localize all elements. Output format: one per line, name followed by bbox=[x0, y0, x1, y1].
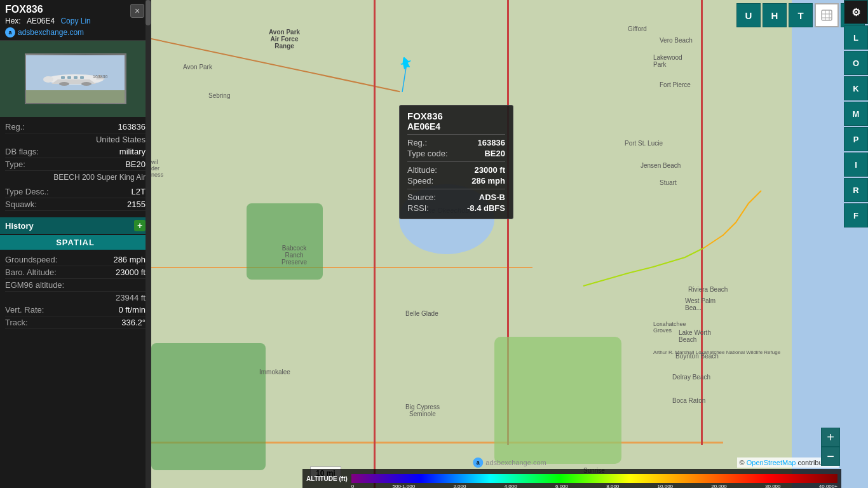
f-button[interactable]: F bbox=[844, 203, 868, 227]
boynton-beach-label: Boynton Beach bbox=[675, 353, 719, 360]
country-value: United States bbox=[96, 135, 146, 144]
baro-alt-row: Baro. Altitude: 23000 ft bbox=[5, 266, 146, 279]
sidebar: FOX836 × Hex: AE06E4 Copy Lin a adsbexch… bbox=[0, 0, 151, 488]
ctrl-h-button[interactable]: H bbox=[763, 3, 787, 27]
arthur-marshall-label: Arthur R. Marshall Loxahatchee National … bbox=[653, 349, 707, 355]
alt-tick-1: 500·1,000 bbox=[393, 484, 416, 488]
type-name-row: BEECH 200 Super King Air bbox=[5, 171, 146, 183]
egm96-row: EGM96 altitude: bbox=[5, 279, 146, 292]
altitude-gradient bbox=[351, 474, 837, 483]
settings-button[interactable]: ⚙ bbox=[844, 0, 868, 24]
road-v2 bbox=[374, 0, 376, 488]
history-add-button[interactable]: + bbox=[134, 220, 146, 231]
p-button[interactable]: P bbox=[844, 127, 868, 151]
popup-alt-label: Altitude: bbox=[407, 165, 437, 175]
delray-beach-label: Delray Beach bbox=[672, 374, 710, 381]
popup-speed-value: 286 mph bbox=[471, 176, 505, 186]
svg-point-6 bbox=[59, 82, 69, 86]
alt-tick-8: 30,000 bbox=[765, 484, 780, 488]
typedesc-row: Type Desc.: L2T bbox=[5, 186, 146, 198]
aircraft-callsign: FOX836 bbox=[5, 4, 43, 15]
l-button[interactable]: L bbox=[844, 25, 868, 50]
loxahatchee-groves-label: LoxahatcheeGroves bbox=[653, 321, 686, 334]
road-h2 bbox=[151, 267, 532, 268]
scrollbar-thumb[interactable] bbox=[146, 0, 151, 25]
ads-logo: a adsbexchange.com bbox=[5, 27, 146, 37]
hex-row: Hex: AE06E4 Copy Lin bbox=[5, 17, 146, 25]
spatial-label: SPATIAL bbox=[56, 238, 95, 247]
svg-rect-1 bbox=[26, 90, 125, 103]
vero-beach-label: Vero Beach bbox=[660, 37, 693, 44]
o-button[interactable]: O bbox=[844, 51, 868, 75]
type-row: Type: BE20 bbox=[5, 158, 146, 171]
copy-link[interactable]: Copy Lin bbox=[60, 17, 90, 25]
sidebar-scrollbar[interactable] bbox=[146, 0, 151, 488]
svg-point-5 bbox=[43, 76, 53, 83]
altitude-bar: ALTITUDE (ft) 0 500·1,000 2,000 4,000 6,… bbox=[302, 469, 841, 488]
ctrl-map-button[interactable] bbox=[815, 3, 839, 27]
squawk-row: Squawk: 2155 bbox=[5, 198, 146, 211]
r-button[interactable]: R bbox=[844, 178, 868, 202]
history-label: History bbox=[5, 221, 34, 231]
green-area-2 bbox=[247, 203, 323, 280]
sebring-label: Sebring bbox=[208, 92, 230, 99]
aircraft-popup[interactable]: FOX836 AE06E4 Reg.: 163836 Type code:BE2… bbox=[399, 105, 513, 219]
zoom-in-button[interactable]: + bbox=[821, 428, 840, 447]
svg-rect-10 bbox=[74, 76, 78, 79]
ctrl-u-button[interactable]: U bbox=[736, 3, 761, 27]
svg-point-7 bbox=[81, 82, 92, 86]
vert-rate-label: Vert. Rate: bbox=[5, 305, 44, 315]
k-button[interactable]: K bbox=[844, 76, 868, 100]
m-button[interactable]: M bbox=[844, 102, 868, 126]
avon-park-range-label: Avon ParkAir ForceRange bbox=[269, 29, 300, 50]
popup-alt-value: 23000 ft bbox=[475, 165, 505, 175]
aircraft-photo-inner: 163836 bbox=[25, 54, 126, 104]
ctrl-t-button[interactable]: T bbox=[789, 3, 813, 27]
i-button[interactable]: I bbox=[844, 152, 868, 177]
popup-reg-value: 163836 bbox=[478, 138, 505, 147]
ads-watermark: a adsbexchange.com bbox=[473, 458, 546, 468]
sidebar-data: Reg.: 163836 United States DB flags: mil… bbox=[0, 117, 151, 215]
big-cypress-label: Big CypressSeminole bbox=[405, 403, 440, 417]
popup-rssi-row: RSSI: -8.4 dBFS bbox=[407, 203, 505, 214]
zoom-out-button[interactable]: − bbox=[821, 447, 840, 466]
popup-source-row: Source: ADS-B bbox=[407, 192, 505, 203]
popup-divider2 bbox=[407, 161, 505, 162]
svg-rect-11 bbox=[80, 76, 84, 79]
popup-speed-label: Speed: bbox=[407, 176, 433, 186]
right-panel: ⚙ L O K M P I R F bbox=[844, 0, 868, 488]
history-header: History + bbox=[0, 217, 151, 234]
popup-type-row: Type code:BE20 bbox=[407, 148, 505, 159]
watermark-text: adsbexchange.com bbox=[485, 459, 546, 466]
osm-link[interactable]: OpenStreetMap bbox=[747, 459, 796, 466]
egm96-value-row: 23944 ft bbox=[5, 292, 146, 304]
fort-pierce-label: Fort Pierce bbox=[660, 81, 691, 88]
dbflags-row: DB flags: military bbox=[5, 146, 146, 158]
popup-source-value: ADS-B bbox=[479, 193, 505, 202]
reg-label: Reg.: bbox=[5, 122, 25, 132]
track-label: Track: bbox=[5, 318, 28, 327]
map[interactable]: FOX836 AE06E4 Reg.: 163836 Type code:BE2… bbox=[151, 0, 868, 488]
hex-label: Hex: bbox=[5, 17, 21, 25]
aircraft-photo: 163836 bbox=[25, 53, 126, 104]
ads-watermark-icon: a bbox=[473, 458, 483, 468]
close-button[interactable]: × bbox=[130, 4, 144, 18]
squawk-value: 2155 bbox=[127, 200, 146, 209]
track-value: 336.2° bbox=[121, 318, 146, 327]
popup-alt-row: Altitude: 23000 ft bbox=[407, 165, 505, 175]
lake-worth-label: Lake WorthBeach bbox=[679, 329, 711, 343]
ads-icon: a bbox=[5, 27, 15, 37]
alt-tick-0: 0 bbox=[351, 484, 354, 488]
alt-tick-4: 6,000 bbox=[555, 484, 568, 488]
squawk-label: Squawk: bbox=[5, 200, 37, 209]
hex-value: AE06E4 bbox=[27, 17, 55, 25]
alt-tick-2: 2,000 bbox=[453, 484, 466, 488]
stuart-label: Stuart bbox=[660, 179, 677, 186]
aircraft-image-container: 163836 bbox=[0, 41, 151, 117]
avon-park-label: Avon Park bbox=[183, 64, 212, 71]
reg-value: 163836 bbox=[118, 122, 146, 132]
alt-tick-9: 40,000+ bbox=[819, 484, 837, 488]
track-row: Track: 336.2° bbox=[5, 316, 146, 329]
popup-divider bbox=[407, 134, 505, 135]
aircraft-icon[interactable] bbox=[396, 54, 416, 74]
